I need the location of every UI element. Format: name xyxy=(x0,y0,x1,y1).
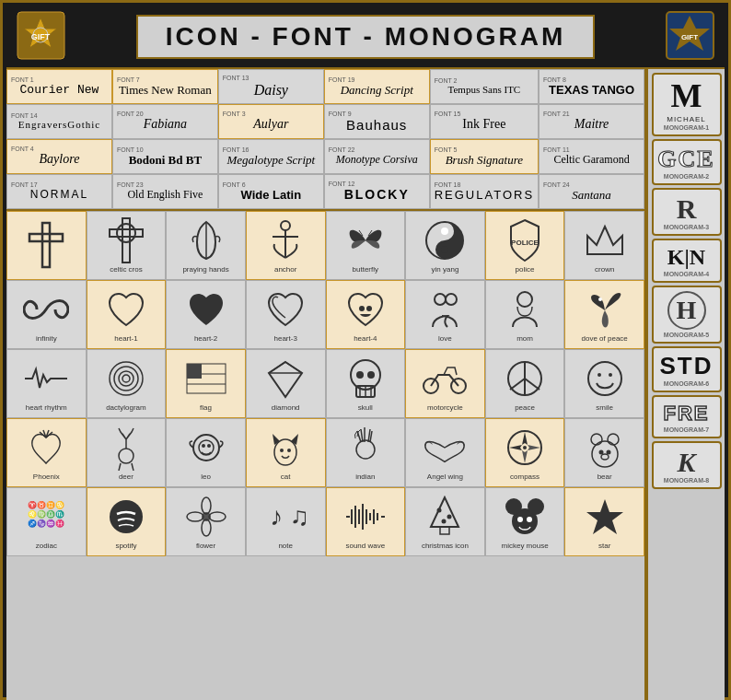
icon-cell-spotify[interactable]: spotify xyxy=(87,487,167,556)
font-cell-16[interactable]: FONT 22Monotype Corsiva xyxy=(324,139,430,174)
font-cell-10[interactable]: FONT 9Bauhaus xyxy=(324,104,430,139)
monogram-5[interactable]: H MONOGRAM-5 xyxy=(652,286,722,344)
icon-cell-dactylogram[interactable]: dactylogram xyxy=(87,349,167,418)
font-cell-11[interactable]: FONT 15Ink Free xyxy=(430,104,539,139)
main-container: GIFT ICON - FONT - MONOGRAM GIFT FONT 1C… xyxy=(0,0,731,700)
monogram-preview: R xyxy=(656,193,718,224)
icon-cell-heart-rhythm[interactable]: heart rhythm xyxy=(6,349,87,418)
icon-cell-heart-3[interactable]: heart-3 xyxy=(246,280,326,349)
monogram-1[interactable]: M MICHAEL MONOGRAM-1 xyxy=(652,73,722,136)
icon-cell-note[interactable]: ♪ ♫note xyxy=(246,487,326,556)
font-cell-1[interactable]: FONT 1Courier New xyxy=(6,69,112,104)
icon-cell-diamond[interactable]: diamond xyxy=(246,349,326,418)
icon-cell-mickey-mouse[interactable]: mickey mouse xyxy=(485,487,565,556)
christmas-icon xyxy=(422,494,468,540)
font-name: Bauhaus xyxy=(346,117,407,134)
cat-icon xyxy=(262,425,308,471)
angel_wing-icon xyxy=(422,425,468,471)
font-name: Daisy xyxy=(254,81,288,99)
font-cell-5[interactable]: FONT 2Tempus Sans ITC xyxy=(430,69,539,104)
monogram-3[interactable]: R MONOGRAM-3 xyxy=(652,188,722,236)
icon-cell-praying-hands[interactable]: praying hands xyxy=(166,211,246,280)
icon-cell-anchor[interactable]: anchor xyxy=(246,211,326,280)
icon-cell-bear[interactable]: bear xyxy=(564,418,644,487)
svg-marker-71 xyxy=(522,450,528,463)
icon-cell-Angel-wing[interactable]: Angel wing xyxy=(405,418,485,487)
icon-cell-heart-2[interactable]: heart-2 xyxy=(166,280,246,349)
icon-cell-police[interactable]: POLICEpolice xyxy=(485,211,565,280)
icon-cell-compass[interactable]: compass xyxy=(485,418,565,487)
icon-cell-butterfly[interactable]: butterfly xyxy=(326,211,406,280)
icon-cell-heart-4[interactable]: heart-4 xyxy=(326,280,406,349)
icon-cell-celtic-cros[interactable]: celtic cros xyxy=(87,211,167,280)
svg-rect-10 xyxy=(110,229,143,237)
icon-cell-dove-of-peace[interactable]: dove of peace xyxy=(564,280,644,349)
svg-point-61 xyxy=(193,435,219,461)
svg-point-19 xyxy=(441,228,448,235)
font-cell-18[interactable]: FONT 11Celtic Garamond xyxy=(539,139,644,174)
icon-cell-star[interactable]: star xyxy=(564,487,644,556)
crown-icon xyxy=(582,217,628,263)
icon-label: anchor xyxy=(274,265,296,274)
font-name: Brush Signature xyxy=(446,153,523,168)
font-cell-14[interactable]: FONT 10Bodoni Bd BT xyxy=(112,139,218,174)
font-name: Megalotype Script xyxy=(226,153,315,168)
zodiac-icon: ♈♉♊♋♌♍♎♏♐♑♒♓ xyxy=(23,494,69,540)
icon-cell-cat[interactable]: cat xyxy=(246,418,326,487)
icon-cell-Phoenix[interactable]: Phoenix xyxy=(6,418,87,487)
icon-cell-leo[interactable]: leo xyxy=(166,418,246,487)
font-num: FONT 4 xyxy=(11,146,34,152)
praying_hands-icon xyxy=(183,217,229,263)
font-cell-19[interactable]: FONT 17NORMAL xyxy=(6,174,112,209)
svg-point-55 xyxy=(598,373,601,377)
icon-cell-motorcycle[interactable]: motorcycle xyxy=(405,349,485,418)
icon-cell-smile[interactable]: smile xyxy=(564,349,644,418)
font-cell-23[interactable]: FONT 18REGULATORS xyxy=(430,174,539,209)
icon-cell-peace[interactable]: peace xyxy=(485,349,565,418)
font-cell-3[interactable]: FONT 13Daisy xyxy=(218,69,324,104)
icon-cell-yin-yang[interactable]: yin yang xyxy=(405,211,485,280)
icon-cell-deer[interactable]: deer xyxy=(87,418,167,487)
svg-point-57 xyxy=(119,449,133,463)
font-cell-20[interactable]: FONT 23Old English Five xyxy=(112,174,218,209)
icon-cell-zodiac[interactable]: ♈♉♊♋♌♍♎♏♐♑♒♓zodiac xyxy=(6,487,87,556)
monogram-preview: STD xyxy=(656,352,718,380)
font-num: FONT 13 xyxy=(223,75,249,81)
font-cell-2[interactable]: FONT 7Times New Roman xyxy=(112,69,218,104)
font-cell-6[interactable]: FONT 8TEXAS TANGO xyxy=(539,69,644,104)
monogram-6[interactable]: STD MONOGRAM-6 xyxy=(652,346,722,392)
celtic_cross-icon xyxy=(103,217,149,263)
font-cell-8[interactable]: FONT 20Fabiana xyxy=(112,104,218,139)
icon-cell-skull[interactable]: skull xyxy=(326,349,406,418)
icon-cell-infinity[interactable]: infinity xyxy=(6,280,87,349)
icon-cell-flower[interactable]: flower xyxy=(166,487,246,556)
font-cell-13[interactable]: FONT 4Baylore xyxy=(6,139,112,174)
note-icon: ♪ ♫ xyxy=(262,494,308,540)
font-cell-17[interactable]: FONT 5Brush Signature xyxy=(430,139,539,174)
monogram-4[interactable]: K|N MONOGRAM-4 xyxy=(652,239,722,283)
monogram-2[interactable]: GCE MONOGRAM-2 xyxy=(652,139,722,185)
mickey-icon xyxy=(502,494,548,540)
font-cell-15[interactable]: FONT 16Megalotype Script xyxy=(218,139,324,174)
font-cell-9[interactable]: FONT 3Aulyar xyxy=(218,104,324,139)
icon-cell-heart-1[interactable]: heart-1 xyxy=(87,280,167,349)
icon-cell-love[interactable]: love xyxy=(405,280,485,349)
icon-cell-sound-wave[interactable]: sound wave xyxy=(326,487,406,556)
font-name: Courier New xyxy=(20,83,99,98)
font-cell-24[interactable]: FONT 24Santana xyxy=(539,174,644,209)
icon-cell-indian[interactable]: indian xyxy=(326,418,406,487)
icon-cell-mom[interactable]: mom xyxy=(485,280,565,349)
icon-cell-flag[interactable]: flag xyxy=(166,349,246,418)
monogram-7[interactable]: FRE MONOGRAM-7 xyxy=(652,395,722,439)
font-cell-12[interactable]: FONT 21Maitre xyxy=(539,104,644,139)
font-cell-4[interactable]: FONT 19Dancing Script xyxy=(324,69,430,104)
svg-point-20 xyxy=(441,246,448,253)
font-cell-7[interactable]: FONT 14EngraversGothic xyxy=(6,104,112,139)
font-cell-22[interactable]: FONT 12BLOCKY xyxy=(324,174,430,209)
font-name: Baylore xyxy=(40,152,80,168)
icon-cell-christmas-icon[interactable]: christmas icon xyxy=(405,487,485,556)
font-cell-21[interactable]: FONT 6Wide Latin xyxy=(218,174,324,209)
icon-cell-<cros[interactable] xyxy=(6,211,87,280)
icon-cell-crown[interactable]: crown xyxy=(564,211,644,280)
monogram-8[interactable]: K MONOGRAM-8 xyxy=(652,441,722,489)
